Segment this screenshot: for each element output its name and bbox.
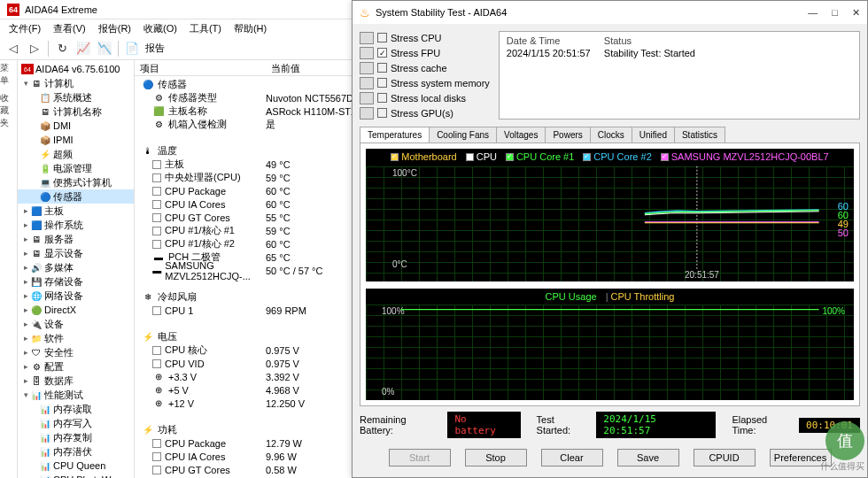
tab-menu[interactable]: 菜单 [0,62,17,87]
menu-item[interactable]: 查看(V) [48,20,91,37]
tree-item[interactable]: 🔵传感器 [18,189,134,204]
close-icon[interactable]: ✕ [852,7,860,19]
tree-item[interactable]: ▸💾存储设备 [18,274,134,289]
stress-option[interactable]: Stress CPU [360,31,490,44]
tab-unified[interactable]: Unified [632,127,675,143]
legend-item[interactable]: CPU Core #1 [506,151,574,162]
checkbox[interactable] [377,78,387,88]
legend-checkbox[interactable] [391,153,399,161]
checkbox[interactable] [377,108,387,118]
legend-checkbox[interactable] [583,153,591,161]
tree-item[interactable]: ▸🟦操作系统 [18,218,134,232]
report-icon[interactable]: 📈 [75,41,91,57]
tree-label: 服务器 [44,233,74,246]
stress-option[interactable]: Stress system memory [360,76,490,89]
doc-icon[interactable]: 📄 [124,41,140,57]
menu-item[interactable]: 报告(R) [93,20,136,37]
checkbox[interactable] [377,48,387,58]
tab-powers[interactable]: Powers [545,127,590,143]
tree-item[interactable]: ▸🗄数据库 [18,374,134,388]
expand-icon[interactable]: ▾ [21,79,30,88]
tree-item[interactable]: ▸🖥显示设备 [18,246,134,260]
tab-cooling-fans[interactable]: Cooling Fans [429,127,497,143]
tree-item[interactable]: ▸🔌设备 [18,317,134,331]
tab-statistics[interactable]: Statistics [674,127,725,143]
tree-item[interactable]: ▸🟦主板 [18,204,134,218]
tree-item[interactable]: 📦DMI [18,119,134,133]
stress-option[interactable]: Stress local disks [360,91,490,104]
checkbox[interactable] [377,93,387,103]
menu-item[interactable]: 帮助(H) [229,20,272,37]
tree-item[interactable]: 📊内存潜伏 [18,444,134,459]
stress-option[interactable]: Stress cache [360,61,490,74]
legend-checkbox[interactable] [661,153,669,161]
tab-temperatures[interactable]: Temperatures [360,127,430,143]
tree-item[interactable]: 📊内存读取 [18,402,134,416]
tab-favorites[interactable]: 收藏夹 [0,92,17,129]
expand-icon[interactable]: ▸ [21,334,30,343]
expand-icon[interactable]: ▸ [21,305,30,314]
tree-item[interactable]: ▾🖥计算机 [18,76,134,90]
tree-item[interactable]: ▸📁软件 [18,331,134,345]
legend-checkbox[interactable] [506,153,514,161]
expand-icon[interactable]: ▸ [21,249,30,258]
tree-item[interactable]: ▸🖥服务器 [18,232,134,246]
expand-icon[interactable]: ▸ [21,277,30,286]
chart-icon[interactable]: 📉 [97,41,112,57]
tree-item[interactable]: 📋系统概述 [18,90,134,104]
tree-item[interactable]: ▸🌐网络设备 [18,289,134,303]
tree-item[interactable]: 💻便携式计算机 [18,175,134,189]
back-icon[interactable]: ◁ [5,41,21,57]
expand-icon[interactable]: ▸ [21,348,30,357]
legend-item[interactable]: Motherboard [391,151,456,162]
col-item[interactable]: 项目 [135,60,266,75]
stop-button[interactable]: Stop [465,449,527,466]
checkbox[interactable] [377,33,387,42]
col-value[interactable]: 当前值 [266,60,306,75]
cpuid-button[interactable]: CPUID [694,449,756,466]
expand-icon[interactable]: ▾ [21,390,30,399]
tree-item[interactable]: 📊CPU PhotoWorxx [18,473,134,478]
tree-item[interactable]: ▾📊性能测试 [18,388,134,402]
save-button[interactable]: Save [617,449,679,466]
expand-icon[interactable]: ▸ [21,235,30,243]
tab-clocks[interactable]: Clocks [590,127,632,143]
legend-item[interactable]: SAMSUNG MZVL2512HCJQ-00BL7 [661,151,829,162]
menu-item[interactable]: 工具(T) [184,20,227,37]
tree-item[interactable]: ▸🔊多媒体 [18,260,134,274]
tree-item[interactable]: ⚡超频 [18,147,134,161]
stability-titlebar[interactable]: ♨ System Stability Test - AIDA64 — □ ✕ [353,1,867,24]
menu-item[interactable]: 收藏(O) [138,20,182,37]
forward-icon[interactable]: ▷ [27,41,43,57]
tree-item[interactable]: ▸🛡安全性 [18,345,134,359]
refresh-icon[interactable]: ↻ [54,41,70,57]
expand-icon[interactable]: ▸ [21,376,30,385]
tree-item[interactable]: 🔋电源管理 [18,161,134,175]
expand-icon[interactable]: ▸ [21,291,30,300]
legend-checkbox[interactable] [466,153,474,161]
tree-item[interactable]: 📦IPMI [18,133,134,147]
legend-item[interactable]: CPU [466,151,497,162]
clear-button[interactable]: Clear [541,449,603,466]
stress-option[interactable]: Stress GPU(s) [360,106,490,120]
tab-voltages[interactable]: Voltages [496,127,546,143]
expand-icon[interactable]: ▸ [21,206,30,215]
expand-icon[interactable]: ▸ [21,362,30,371]
legend-item[interactable]: CPU Core #2 [583,151,651,162]
menu-item[interactable]: 文件(F) [4,20,46,37]
checkbox[interactable] [377,63,387,73]
tree-root[interactable]: 64 AIDA64 v6.75.6100 [18,62,134,76]
minimize-icon[interactable]: — [808,7,818,19]
stress-option[interactable]: Stress FPU [360,46,490,59]
tree-item[interactable]: ▸🟢DirectX [18,303,134,317]
tree-item[interactable]: 📊内存写入 [18,416,134,430]
maximize-icon[interactable]: □ [832,7,838,19]
tree-item[interactable]: ▸⚙配置 [18,359,134,374]
expand-icon[interactable]: ▸ [21,263,30,272]
tree-item[interactable]: 📊内存复制 [18,430,134,444]
expand-icon[interactable]: ▸ [21,320,30,328]
expand-icon[interactable]: ▸ [21,220,30,229]
tree-item[interactable]: 📊CPU Queen [18,459,134,473]
toolbar-report-label[interactable]: 报告 [145,42,165,55]
tree-item[interactable]: 🖥计算机名称 [18,104,134,119]
